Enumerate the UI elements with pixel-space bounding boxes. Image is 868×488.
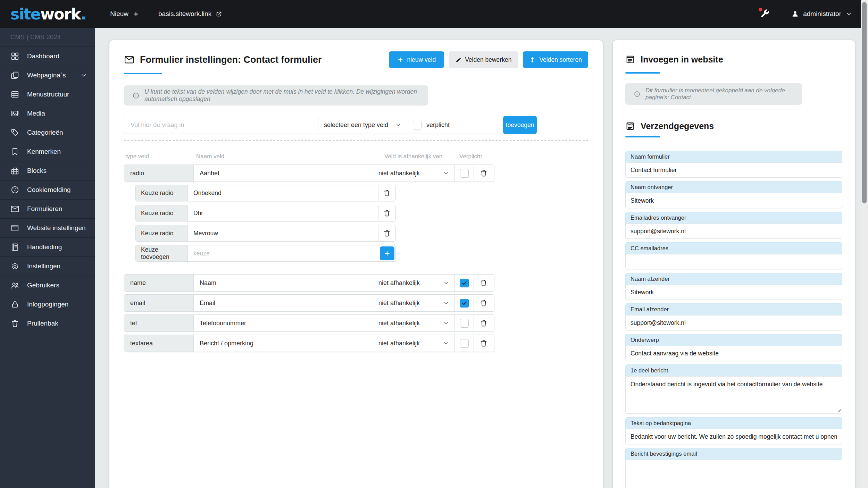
notepad-icon	[625, 121, 635, 131]
sidebar-item-kenmerken[interactable]: Kenmerken	[0, 142, 95, 161]
field-type-cell: textarea	[124, 335, 194, 352]
field-row-textarea: textarea niet afhankelijk	[124, 335, 494, 352]
naam-afzender-input[interactable]	[626, 285, 842, 300]
eerste-deel-bericht-textarea[interactable]: Onderstaand bericht is ingevuld via het …	[626, 377, 842, 413]
delete-field-button[interactable]	[479, 169, 489, 178]
add-field-group: selecteer een type veld verplicht	[124, 116, 499, 134]
sidebar-item-instellingen[interactable]: Instellingen	[0, 257, 95, 276]
sidebar-item-cookiemelding[interactable]: Cookiemelding	[0, 180, 95, 200]
delete-choice-button[interactable]	[383, 229, 392, 238]
delete-cell	[378, 225, 395, 241]
tools-button[interactable]	[760, 9, 770, 19]
scrollbar-thumb[interactable]	[862, 2, 867, 203]
sidebar-item-prullenbak[interactable]: Prullenbak	[0, 314, 95, 333]
field-naam-ontvanger: Naam ontvanger	[625, 181, 842, 208]
sidebar: CMS | CMS 2024 Dashboard Webpagina`s Men…	[0, 28, 95, 488]
field-type-select[interactable]: selecteer een type veld	[318, 116, 407, 134]
sidebar-item-handleiding[interactable]: Handleiding	[0, 238, 95, 257]
col-header-name: Naam veld	[196, 153, 224, 160]
insert-title-wrap: Invoegen in website	[625, 54, 723, 65]
onderwerp-input[interactable]	[626, 346, 842, 361]
logo-dot: .	[81, 5, 86, 23]
sidebar-item-gebruikers[interactable]: Gebruikers	[0, 276, 95, 295]
dependency-select[interactable]: niet afhankelijk	[373, 315, 455, 331]
gear-icon	[10, 262, 19, 271]
sitework-logo[interactable]: sitework.	[10, 5, 86, 23]
sidebar-item-categorieen[interactable]: Categorieën	[0, 123, 95, 142]
sidebar-item-dashboard[interactable]: Dashboard	[0, 47, 95, 66]
delete-field-button[interactable]	[479, 298, 489, 308]
question-input[interactable]	[124, 116, 318, 134]
add-choice-button[interactable]	[380, 246, 394, 260]
tekst-bedanktpagina-input[interactable]	[626, 429, 842, 444]
edit-fields-button[interactable]: Velden bewerken	[449, 51, 518, 68]
field-name-input[interactable]	[194, 300, 373, 307]
new-field-button[interactable]: nieuw veld	[389, 51, 444, 68]
delete-choice-button[interactable]	[383, 188, 392, 197]
delete-field-button[interactable]	[479, 339, 489, 348]
field-row-tel: tel niet afhankelijk	[124, 314, 494, 332]
col-header-dependent: Veld is afhankelijk van	[384, 153, 442, 160]
field-name-input[interactable]	[194, 340, 373, 347]
trash-icon	[479, 339, 488, 347]
sidebar-item-website-instellingen[interactable]: Website instellingen	[0, 219, 95, 238]
site-link[interactable]: basis.sitework.link	[158, 10, 222, 18]
content-area: Formulier instellingen: Contact formulie…	[95, 28, 868, 488]
sidebar-item-menustructuur[interactable]: Menustructuur	[0, 85, 95, 104]
sidebar-item-formulieren[interactable]: Formulieren	[0, 200, 95, 219]
field-cc-emailadres: CC emailadres	[625, 242, 842, 269]
choice-value-input[interactable]	[188, 190, 378, 197]
user-menu[interactable]: administrator	[791, 10, 852, 18]
dependency-select[interactable]: niet afhankelijk	[373, 275, 455, 291]
required-option: verplicht	[407, 116, 499, 134]
trash-icon	[479, 279, 488, 287]
choice-value-input[interactable]	[188, 210, 378, 217]
bericht-bevestigings-email-textarea[interactable]	[626, 460, 842, 488]
sidebar-item-blocks[interactable]: Blocks	[0, 161, 95, 180]
required-checkbox[interactable]	[460, 169, 469, 178]
send-title-wrap: Verzendgegevens	[625, 121, 714, 131]
field-name-input[interactable]	[194, 320, 373, 327]
add-choice-input[interactable]	[188, 250, 395, 257]
book-icon	[10, 243, 19, 252]
add-field-submit-button[interactable]: toevoegen	[503, 116, 537, 134]
required-checkbox[interactable]	[460, 319, 469, 328]
field-name-cell	[194, 275, 373, 291]
email-afzender-input[interactable]	[626, 315, 842, 330]
trash-icon	[479, 319, 488, 327]
scrollbar-track[interactable]	[861, 0, 868, 488]
required-checkbox[interactable]	[460, 339, 469, 348]
required-cell	[455, 295, 474, 311]
pencil-icon	[456, 57, 461, 63]
add-choice-input-cell	[188, 245, 395, 261]
choice-value-input[interactable]	[188, 230, 378, 237]
notepad-icon	[625, 54, 635, 64]
delete-field-button[interactable]	[479, 278, 489, 287]
choice-type-cell: Keuze radio	[136, 205, 188, 221]
naam-ontvanger-input[interactable]	[626, 193, 842, 208]
delete-field-button[interactable]	[479, 319, 489, 328]
sidebar-item-media[interactable]: Media	[0, 104, 95, 123]
logo-part-work: work	[40, 5, 81, 23]
new-menu-button[interactable]: Nieuw	[110, 10, 139, 18]
required-checkbox[interactable]	[460, 279, 469, 287]
trash-icon	[383, 209, 391, 217]
emailadres-ontvanger-input[interactable]	[626, 224, 842, 238]
resize-grip-icon[interactable]	[837, 408, 841, 412]
send-accent-underline	[625, 136, 660, 137]
cc-emailadres-input[interactable]	[626, 254, 842, 269]
field-name-input[interactable]	[194, 279, 373, 287]
required-checkbox[interactable]	[460, 299, 469, 308]
dependency-select[interactable]: niet afhankelijk	[373, 165, 455, 182]
field-email-afzender: Email afzender	[625, 303, 842, 330]
dependency-select[interactable]: niet afhankelijk	[373, 335, 455, 352]
sidebar-item-inlogpogingen[interactable]: Inlogpogingen	[0, 295, 95, 314]
linked-pages-infobox: Dit formulier is momenteel gekoppeld aan…	[625, 83, 802, 105]
delete-choice-button[interactable]	[383, 209, 392, 218]
sidebar-item-webpaginas[interactable]: Webpagina`s	[0, 66, 95, 85]
field-name-input[interactable]	[194, 170, 373, 177]
dependency-select[interactable]: niet afhankelijk	[373, 295, 455, 311]
required-checkbox[interactable]	[413, 121, 422, 129]
sort-fields-button[interactable]: Velden sorteren	[523, 51, 588, 68]
naam-formulier-input[interactable]	[626, 163, 842, 177]
